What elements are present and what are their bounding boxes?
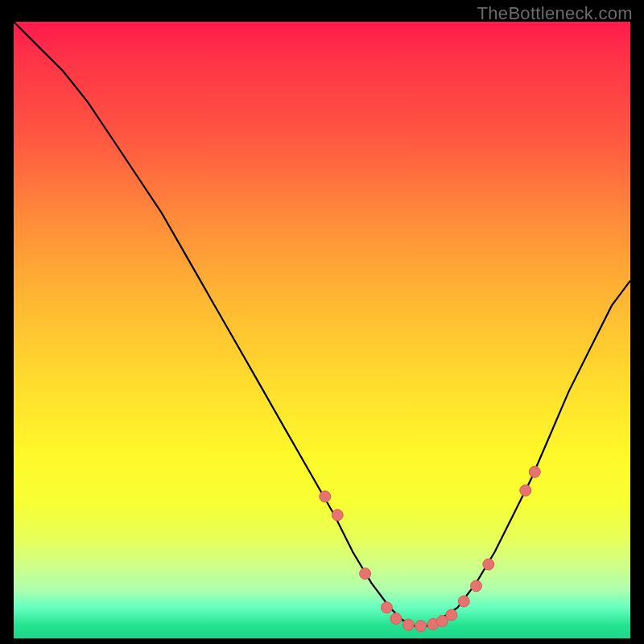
highlight-dots [320,466,541,632]
bottleneck-curve [14,22,630,626]
highlight-dot [402,619,414,630]
highlight-dot [458,596,469,607]
highlight-dot [520,485,531,496]
highlight-dot [529,466,540,477]
highlight-dot [471,580,482,592]
highlight-dot [332,510,343,521]
highlight-dot [390,613,402,625]
chart-overlay [14,22,630,638]
highlight-dot [483,559,494,570]
highlight-dot [381,602,392,613]
highlight-dot [415,621,427,632]
highlight-dot [320,491,331,502]
highlight-dot [360,568,371,580]
highlight-dot [446,609,457,621]
